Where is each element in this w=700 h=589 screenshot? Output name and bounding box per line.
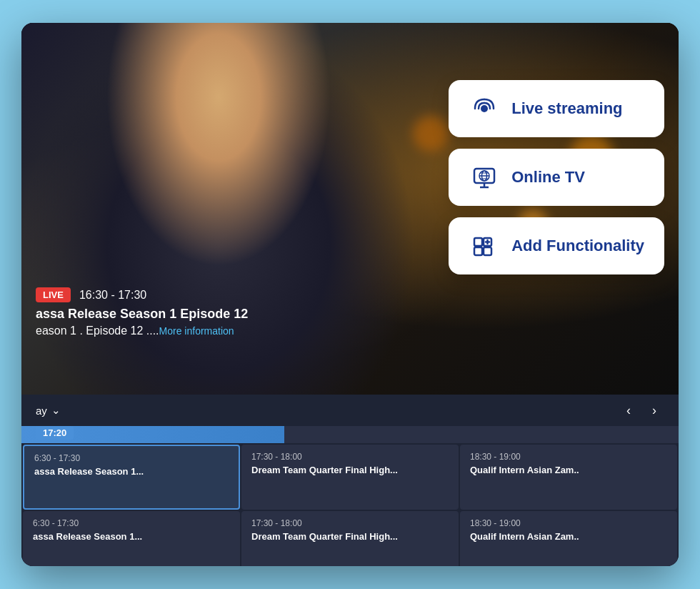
day-label: ay [36,405,47,417]
cell-time: 18:30 - 19:00 [470,518,667,528]
cell-time: 6:30 - 17:30 [34,453,229,463]
cell-title: Dream Team Quarter Final High... [251,465,449,475]
timeline-header: ay ⌄ ‹ › [21,395,679,426]
show-title: assa Release Season 1 Episode 12 [36,307,248,322]
schedule-cell[interactable]: 17:30 - 18:00 Dream Team Quarter Final H… [241,511,459,566]
streaming-icon [469,93,500,124]
cell-title: Qualif Intern Asian Zam.. [470,531,667,542]
video-overlay: LIVE 16:30 - 17:30 assa Release Season 1… [36,287,248,337]
timeline-bar[interactable]: 17:20 [21,426,679,443]
live-info-row: LIVE 16:30 - 17:30 [36,287,248,302]
cell-title: assa Release Season 1... [34,466,229,477]
current-time-indicator: 17:20 [36,426,74,440]
cell-time: 17:30 - 18:00 [251,518,449,528]
time-range: 16:30 - 17:30 [79,289,146,302]
person-image [21,23,416,395]
svg-rect-9 [474,247,482,255]
svg-rect-14 [484,247,491,255]
schedule-cell[interactable]: 18:30 - 19:00 Qualif Intern Asian Zam.. [460,511,677,566]
schedule-cell[interactable]: 17:30 - 18:00 Dream Team Quarter Final H… [241,445,459,510]
app-container: LIVE 16:30 - 17:30 assa Release Season 1… [21,23,679,566]
show-subtitle: eason 1 . Episode 12 ....More informatio… [36,325,248,337]
cell-time: 6:30 - 17:30 [33,518,230,528]
nav-arrows: ‹ › [619,400,664,420]
add-functionality-label: Add Functionality [511,237,644,255]
add-functionality-card[interactable]: Add Functionality [449,217,664,274]
svg-point-0 [481,105,488,112]
tv-icon [469,162,500,193]
svg-rect-10 [474,238,482,246]
cell-title: assa Release Season 1... [33,531,230,542]
cell-time: 17:30 - 18:00 [251,452,449,462]
schedule-cell[interactable]: 18:30 - 19:00 Qualif Intern Asian Zam.. [460,445,677,510]
grid-plus-icon [469,230,500,262]
online-tv-label: Online TV [511,168,585,187]
schedule-cell[interactable]: 6:30 - 17:30 assa Release Season 1... [23,445,240,510]
cell-title: Dream Team Quarter Final High... [251,531,449,542]
cell-title: Qualif Intern Asian Zam.. [470,465,667,475]
live-streaming-label: Live streaming [511,99,622,118]
schedule-grid: 6:30 - 17:30 assa Release Season 1... 17… [21,443,679,566]
bokeh-light-4 [413,116,449,152]
online-tv-card[interactable]: Online TV [449,149,664,206]
next-arrow[interactable]: › [644,400,664,420]
cell-time: 18:30 - 19:00 [470,452,667,462]
timeline-section: ay ⌄ ‹ › 17:20 6:30 - 17:30 assa Release… [21,395,679,566]
video-section: LIVE 16:30 - 17:30 assa Release Season 1… [21,23,679,395]
more-info-link[interactable]: More information [159,325,234,337]
live-streaming-card[interactable]: Live streaming [449,80,664,137]
live-badge: LIVE [36,287,71,302]
chevron-down-icon: ⌄ [51,404,61,417]
day-selector[interactable]: ay ⌄ [36,404,61,417]
schedule-cell[interactable]: 6:30 - 17:30 assa Release Season 1... [23,511,240,566]
floating-cards: Live streaming [449,80,664,274]
prev-arrow[interactable]: ‹ [619,400,639,420]
